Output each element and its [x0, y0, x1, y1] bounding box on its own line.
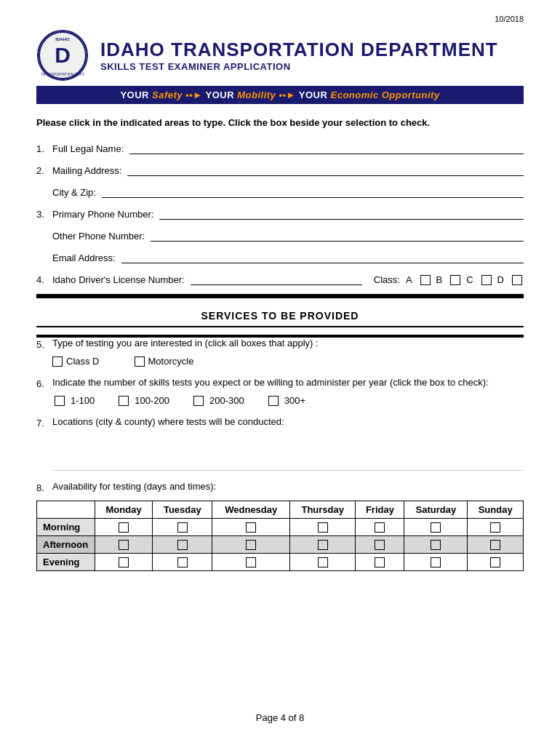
q5-number: 5.: [36, 338, 52, 350]
q6-number: 6.: [36, 377, 52, 389]
range-100-200-label: 100-200: [135, 395, 169, 406]
evening-saturday[interactable]: [404, 554, 468, 571]
header-wednesday: Wednesday: [212, 501, 290, 519]
city-zip-input[interactable]: [102, 185, 524, 198]
q5-row: 5. Type of testing you are interested in…: [36, 338, 524, 350]
q5-text: Type of testing you are interested in (c…: [52, 338, 524, 348]
date-stamp: 10/2018: [36, 15, 524, 23]
range-1-100-label: 1-100: [71, 395, 95, 406]
q3-number: 3.: [36, 209, 52, 220]
class-a-label: A: [406, 274, 412, 285]
range-200-300: 200-300: [191, 395, 244, 406]
afternoon-tuesday[interactable]: [153, 536, 212, 554]
table-header-row: Monday Tuesday Wednesday Thursday Friday…: [37, 501, 524, 519]
morning-friday[interactable]: [356, 519, 404, 536]
q6-section: 6. Indicate the number of skills tests y…: [36, 377, 524, 406]
range-1-100: 1-100: [52, 395, 95, 406]
class-c-label: C: [466, 274, 473, 285]
afternoon-monday[interactable]: [95, 536, 153, 554]
motorcycle-option: Motorcycle: [135, 356, 194, 367]
q2-label: Mailing Address:: [52, 165, 121, 176]
q3-input[interactable]: [159, 207, 524, 220]
q7-section: 7. Locations (city & county) where tests…: [36, 416, 524, 471]
class-d-test-checkbox[interactable]: [52, 356, 63, 367]
q1-number: 1.: [36, 143, 52, 154]
table-row-morning: Morning: [37, 519, 524, 536]
evening-thursday[interactable]: [290, 554, 356, 571]
morning-wednesday[interactable]: [212, 519, 290, 536]
class-label: Class:: [374, 274, 400, 285]
afternoon-saturday[interactable]: [404, 536, 468, 554]
range-200-300-label: 200-300: [209, 395, 244, 406]
q4-input[interactable]: [191, 272, 362, 285]
motorcycle-label: Motorcycle: [148, 356, 194, 367]
q1-row: 1. Full Legal Name:: [36, 141, 524, 154]
afternoon-friday[interactable]: [356, 536, 404, 554]
afternoon-thursday[interactable]: [290, 536, 356, 554]
header-tuesday: Tuesday: [153, 501, 212, 519]
class-d-checkbox[interactable]: [512, 275, 522, 285]
page-container: 10/2018 D IDAHO TRANSPORTATION DEPT IDAH…: [0, 0, 560, 745]
q6-range-options: 1-100 100-200 200-300 300+: [52, 395, 524, 406]
range-300-plus: 300+: [266, 395, 305, 406]
class-a-checkbox[interactable]: [420, 275, 431, 285]
class-c-checkbox[interactable]: [481, 275, 492, 285]
class-b-checkbox[interactable]: [450, 275, 460, 285]
class-d-option-label: Class D: [66, 356, 100, 367]
header-empty: [37, 501, 95, 519]
q1-input[interactable]: [129, 141, 524, 154]
page-footer: Page 4 of 8: [0, 712, 560, 723]
email-row: Email Address:: [52, 250, 524, 263]
afternoon-wednesday[interactable]: [212, 536, 290, 554]
range-100-200-checkbox[interactable]: [119, 396, 129, 406]
q5-options: Class D Motorcycle: [52, 356, 524, 367]
q7-row: 7. Locations (city & county) where tests…: [36, 416, 524, 429]
range-300-plus-checkbox[interactable]: [268, 396, 279, 406]
morning-saturday[interactable]: [404, 519, 468, 536]
evening-sunday[interactable]: [468, 554, 524, 571]
class-d-label: D: [497, 274, 504, 285]
other-phone-input[interactable]: [151, 228, 524, 242]
evening-wednesday[interactable]: [212, 554, 290, 571]
locations-input[interactable]: [52, 434, 524, 471]
svg-text:IDAHO: IDAHO: [55, 37, 70, 41]
class-options: Class: A B C D: [374, 274, 524, 285]
evening-monday[interactable]: [95, 554, 153, 571]
morning-monday[interactable]: [95, 519, 153, 536]
motorcycle-checkbox[interactable]: [135, 356, 145, 367]
other-phone-label: Other Phone Number:: [52, 231, 145, 242]
q8-text: Availability for testing (days and times…: [52, 481, 524, 492]
table-row-afternoon: Afternoon: [37, 536, 524, 554]
morning-label: Morning: [37, 519, 95, 536]
morning-tuesday[interactable]: [153, 519, 212, 536]
header-text: IDAHO TRANSPORTATION DEPARTMENT SKILLS T…: [100, 39, 498, 72]
evening-friday[interactable]: [356, 554, 404, 571]
city-zip-row: City & Zip:: [52, 185, 524, 198]
morning-sunday[interactable]: [468, 519, 524, 536]
header-saturday: Saturday: [404, 501, 468, 519]
range-1-100-checkbox[interactable]: [55, 396, 65, 406]
header-sunday: Sunday: [468, 501, 524, 519]
range-200-300-checkbox[interactable]: [193, 396, 204, 406]
q1-label: Full Legal Name:: [52, 143, 124, 154]
form-fields: 1. Full Legal Name: 2. Mailing Address: …: [36, 141, 524, 285]
q4-row: 4. Idaho Driver's License Number: Class:…: [36, 272, 524, 285]
range-300-plus-label: 300+: [284, 395, 305, 406]
evening-tuesday[interactable]: [153, 554, 212, 571]
header-thursday: Thursday: [290, 501, 356, 519]
q6-row: 6. Indicate the number of skills tests y…: [36, 377, 524, 389]
q4-number: 4.: [36, 274, 52, 285]
email-label: Email Address:: [52, 252, 116, 263]
q8-section: 8. Availability for testing (days and ti…: [36, 481, 524, 571]
morning-thursday[interactable]: [290, 519, 356, 536]
availability-table: Monday Tuesday Wednesday Thursday Friday…: [36, 501, 524, 571]
email-input[interactable]: [121, 250, 524, 263]
q2-input[interactable]: [127, 163, 524, 176]
q5-section: 5. Type of testing you are interested in…: [36, 338, 524, 367]
q6-text: Indicate the number of skills tests you …: [52, 377, 524, 388]
svg-text:D: D: [55, 43, 71, 67]
class-b-label: B: [436, 274, 443, 285]
banner: YOUR Safety ••► YOUR Mobility ••► YOUR E…: [36, 86, 524, 104]
services-header: SERVICES TO BE PROVIDED: [36, 306, 524, 326]
afternoon-sunday[interactable]: [468, 536, 524, 554]
